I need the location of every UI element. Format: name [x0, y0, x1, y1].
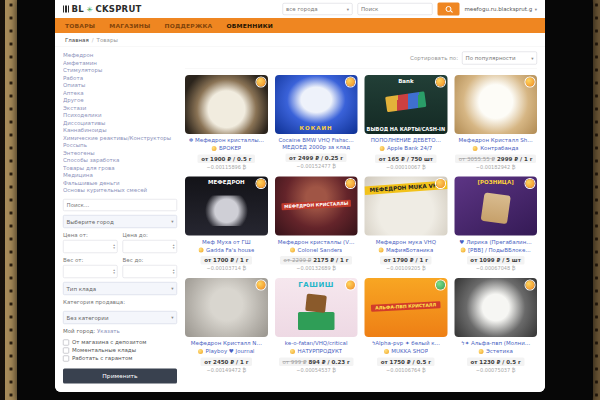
sidebar-category-link[interactable]: Медицина — [63, 172, 177, 180]
product-card[interactable]: ГАШИШ ke-o-fatan/VHQ/critical НАТУРПРОДУ… — [275, 278, 358, 373]
product-image[interactable]: МЕФЕДРОН MUKA VHQ — [365, 177, 448, 236]
price-to-input[interactable]: ▴▾ — [123, 240, 178, 253]
stepper-icon[interactable]: ▴▾ — [173, 244, 175, 250]
sidebar-category-link[interactable]: Россыпь — [63, 142, 177, 150]
stash-type-select[interactable]: Тип клада ▾ — [63, 282, 177, 295]
seller-row[interactable]: Colonel Sanders — [290, 247, 342, 254]
seller-row[interactable]: Apple Bank 24/7 — [379, 145, 432, 152]
product-image[interactable] — [185, 75, 268, 134]
product-title-link[interactable]: ke-o-fatan/VHQ/critical — [275, 340, 358, 347]
sidebar-category-link[interactable]: Психоделики — [63, 112, 177, 120]
product-image[interactable] — [454, 278, 537, 337]
nav-item-support[interactable]: ПОДДЕРЖКА — [164, 22, 212, 29]
seller-name[interactable]: MUKKA SHOP — [391, 348, 428, 355]
product-card[interactable]: ❄ Мефедрон кристаллы… БРОКЕР от 1900 ₽ /… — [185, 75, 268, 170]
city-filter-select[interactable]: Выберите город ▾ — [63, 215, 177, 228]
shop-avatar-badge[interactable] — [436, 78, 445, 87]
product-card[interactable]: Мефедрон Кристалл N… Playboy ♥ Journal о… — [185, 278, 268, 373]
shop-avatar-badge[interactable] — [436, 179, 445, 188]
weight-from-input[interactable]: ▴▾ — [63, 265, 118, 278]
sidebar-category-link[interactable]: Способы заработка — [63, 157, 177, 165]
product-card[interactable]: МЕФЕДРОН MUKA VHQ Мефедрон мука VHQ Мафи… — [365, 177, 448, 272]
seller-name[interactable]: [PBB] / ПодыВБлоке… — [468, 247, 531, 254]
site-logo[interactable]: BL✳CKSPRUT — [63, 4, 142, 14]
product-image[interactable]: КОКАИН — [275, 75, 358, 134]
seller-name[interactable]: Эстетика — [486, 348, 513, 355]
sidebar-category-link[interactable]: Работа — [63, 74, 177, 82]
apply-filters-button[interactable]: Применить — [63, 369, 177, 384]
seller-row[interactable]: Контрабанда — [473, 145, 519, 152]
seller-name[interactable]: Colonel Sanders — [298, 247, 343, 254]
product-image[interactable]: МЕФЕДРОН — [185, 177, 268, 236]
nav-item-exchangers[interactable]: ОБМЕННИКИ — [226, 22, 273, 29]
product-title-link[interactable]: Мефедрон Кристалл Sh… — [454, 137, 537, 144]
sidebar-category-link[interactable]: Химические реактивы/Конструкторы — [63, 134, 177, 142]
seller-row[interactable]: MUKKA SHOP — [384, 348, 428, 355]
product-card[interactable]: ϟ✦ Альфа-пвп (Молни… Эстетика от 1230 ₽ … — [454, 278, 537, 373]
seller-row[interactable]: МафияБотаника — [378, 247, 433, 254]
seller-name[interactable]: Контрабанда — [480, 145, 518, 152]
shop-avatar-badge[interactable] — [346, 179, 355, 188]
city-select[interactable]: все города ▾ — [282, 3, 352, 15]
checkbox-icon[interactable] — [63, 340, 69, 346]
seller-row[interactable]: НАТУРПРОДУКТ — [290, 348, 342, 355]
seller-name[interactable]: МафияБотаника — [386, 247, 433, 254]
seller-row[interactable]: Playboy ♥ Journal — [198, 348, 255, 355]
product-title-link[interactable]: Мефедрон мука VHQ — [365, 239, 448, 246]
product-image[interactable]: МЕФЕДРОН КРИСТАЛЛЫ — [275, 177, 358, 236]
breadcrumb-home[interactable]: Главная — [65, 36, 89, 43]
product-title-link[interactable]: ПОПОЛНЕНИЕ ДЕБЕТО… — [365, 137, 448, 144]
seller-name[interactable]: Apple Bank 24/7 — [387, 145, 432, 152]
product-title-link[interactable]: ϟ✦ Альфа-пвп (Молни… — [454, 340, 537, 347]
stepper-icon[interactable]: ▴▾ — [113, 244, 115, 250]
product-image[interactable] — [185, 278, 268, 337]
sidebar-category-link[interactable]: Каннабиноиды — [63, 127, 177, 135]
filter-checkbox[interactable]: Работать с гарантом — [63, 355, 177, 363]
product-card[interactable]: АЛЬФА-ПВП КРИСТАЛЛ ϟAlpha-pvp ✦ белый к…… — [365, 278, 448, 373]
sidebar-category-link[interactable]: Экстази — [63, 104, 177, 112]
checkbox-icon[interactable] — [63, 356, 69, 362]
sidebar-category-link[interactable]: Аптека — [63, 89, 177, 97]
product-card[interactable]: Bank ВЫВОД НА КАРТЫ/CASH-IN ПОПОЛНЕНИЕ Д… — [365, 75, 448, 170]
weight-to-input[interactable]: ▴▾ — [123, 265, 178, 278]
sidebar-category-link[interactable]: Диссоциативы — [63, 119, 177, 127]
sidebar-category-link[interactable]: Другое — [63, 97, 177, 105]
shop-avatar-badge[interactable] — [436, 281, 445, 290]
shop-avatar-badge[interactable] — [346, 281, 355, 290]
product-image[interactable] — [454, 75, 537, 134]
shop-avatar-badge[interactable] — [526, 179, 535, 188]
shop-avatar-badge[interactable] — [256, 78, 265, 87]
product-image[interactable]: ГАШИШ — [275, 278, 358, 337]
product-card[interactable]: Мефедрон Кристалл Sh… Контрабанда от 305… — [454, 75, 537, 170]
stepper-icon[interactable]: ▴▾ — [173, 269, 175, 275]
sidebar-category-link[interactable]: Фальшивые деньги — [63, 179, 177, 187]
sidebar-category-link[interactable]: Товары для грова — [63, 164, 177, 172]
shop-avatar-badge[interactable] — [256, 179, 265, 188]
account-menu[interactable]: meefogu.ru.blacksprut.g ▾ — [464, 6, 537, 13]
product-title-line2[interactable]: МЕДОЕД 2000р за клад — [275, 144, 358, 151]
product-title-link[interactable]: Мефедрон Кристалл N… — [185, 340, 268, 347]
shop-avatar-badge[interactable] — [526, 281, 535, 290]
product-title-link[interactable]: Cocaine BMW VHQ Fishsc… — [275, 137, 358, 144]
filter-checkbox[interactable]: Моментальные клады — [63, 347, 177, 355]
seller-name[interactable]: НАТУРПРОДУКТ — [298, 348, 343, 355]
sidebar-category-link[interactable]: Стимуляторы — [63, 67, 177, 75]
shop-avatar-badge[interactable] — [346, 78, 355, 87]
seller-name[interactable]: Playboy ♥ Journal — [206, 348, 255, 355]
product-image[interactable]: Bank ВЫВОД НА КАРТЫ/CASH-IN — [365, 75, 448, 134]
seller-category-select[interactable]: Без категории ▾ — [63, 311, 177, 324]
product-title-link[interactable]: ❄ Мефедрон кристаллы… — [185, 137, 268, 144]
sidebar-category-link[interactable]: Энтеогены — [63, 149, 177, 157]
seller-row[interactable]: [PBB] / ПодыВБлоке… — [460, 247, 530, 254]
product-image[interactable]: [РОЗНИЦА] — [454, 177, 537, 236]
product-title-link[interactable]: ♥ Лирика (Прегабалин… — [454, 239, 537, 246]
nav-item-shops[interactable]: МАГАЗИНЫ — [109, 22, 150, 29]
shop-avatar-badge[interactable] — [256, 281, 265, 290]
sidebar-category-link[interactable]: Основы курительных смесей — [63, 187, 177, 195]
product-title-link[interactable]: Мефедрон кристаллы (V… — [275, 239, 358, 246]
product-card[interactable]: КОКАИН Cocaine BMW VHQ Fishsc… МЕДОЕД 20… — [275, 75, 358, 170]
shop-avatar-badge[interactable] — [526, 78, 535, 87]
sidebar-category-link[interactable]: Амфетамин — [63, 59, 177, 67]
price-from-input[interactable]: ▴▾ — [63, 240, 118, 253]
seller-row[interactable]: Gadda Fa's house — [198, 247, 254, 254]
